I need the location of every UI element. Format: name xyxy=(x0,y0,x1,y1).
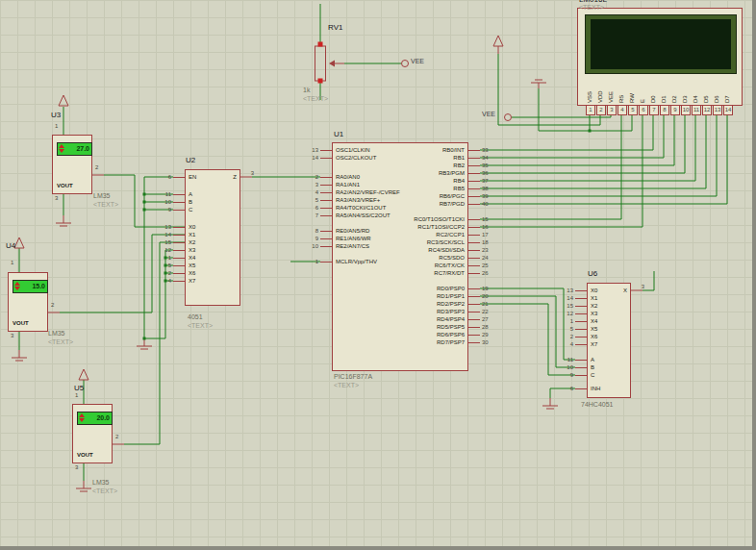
pin-row: 38RB5 xyxy=(333,185,467,192)
pin-number: 9 xyxy=(150,207,171,213)
pin-row: 13X0 xyxy=(186,223,239,231)
decrease-temp-button[interactable] xyxy=(14,287,20,290)
pin-stub xyxy=(467,150,480,151)
ground-symbol[interactable] xyxy=(531,80,546,88)
vee-terminal-label[interactable]: VEE xyxy=(482,111,495,117)
pin-stub xyxy=(467,265,480,266)
pin-row: 36RB3/PGM xyxy=(333,169,467,177)
wire-lcd-vee[interactable] xyxy=(512,115,611,117)
pin-number: 25 xyxy=(482,262,503,269)
power-arrow-icon[interactable] xyxy=(59,95,68,106)
pin-row: 9C xyxy=(186,206,239,213)
pin-name: B xyxy=(189,199,192,205)
lm35-sensor-u5[interactable]: 20.0 VOUT xyxy=(72,404,113,463)
pin-number: 3 xyxy=(607,105,617,115)
pin-name: A xyxy=(189,191,192,197)
pin-number: 11 xyxy=(150,191,171,198)
potentiometer-rv1[interactable] xyxy=(315,42,345,84)
ref-label-u4[interactable]: U4 xyxy=(6,241,15,250)
ref-label-u1[interactable]: U1 xyxy=(334,130,343,138)
pin-name: RD7/PSP7 xyxy=(437,339,465,345)
pin-name: A xyxy=(591,357,594,362)
vee-terminal-label[interactable]: VEE xyxy=(411,58,424,64)
wire-lcd-data-bus[interactable] xyxy=(480,115,727,204)
lcd-pins: VSS 1 VDD 2 VEE 3 RS 4 RW 5 E 6 D0 7 D1 xyxy=(585,76,733,105)
ref-label-u5[interactable]: U5 xyxy=(74,384,84,392)
pot-handle[interactable] xyxy=(318,79,323,84)
increase-temp-button[interactable] xyxy=(79,413,85,417)
pin-number: 16 xyxy=(482,224,503,231)
value-label-u4[interactable]: LM35 xyxy=(48,330,65,337)
pin-number: 11 xyxy=(692,105,701,115)
pin-number: 22 xyxy=(482,309,503,315)
pin-number: 3 xyxy=(55,195,58,201)
value-label-rv1[interactable]: 1k xyxy=(303,87,310,93)
ref-label-u3[interactable]: U3 xyxy=(51,111,61,119)
pin-number: 14 xyxy=(723,105,733,115)
pin-number: 15 xyxy=(482,216,503,223)
pin-number: 2 xyxy=(297,174,318,181)
decrease-temp-button[interactable] xyxy=(79,418,85,422)
vee-terminal[interactable] xyxy=(505,114,512,121)
vee-terminal[interactable] xyxy=(402,61,409,67)
pin-name: X2 xyxy=(591,303,597,309)
pot-handle[interactable] xyxy=(318,42,323,47)
pin-stub xyxy=(467,288,480,289)
pin-row: 5X5 xyxy=(186,262,239,269)
vout-label: VOUT xyxy=(57,183,73,188)
value-label-u2[interactable]: 4051 xyxy=(188,313,203,320)
pin-number: 10 xyxy=(150,199,171,206)
pin-number: 2 xyxy=(95,164,98,170)
increase-temp-button[interactable] xyxy=(59,144,64,148)
decrease-temp-button[interactable] xyxy=(59,149,64,153)
ref-label-rv1[interactable]: RV1 xyxy=(328,23,342,32)
lm35-sensor-u4[interactable]: 15.0 VOUT xyxy=(8,272,48,332)
value-label-u6[interactable]: 74HC4051 xyxy=(581,401,613,408)
power-arrow-icon[interactable] xyxy=(79,369,88,380)
wire-rv1[interactable] xyxy=(320,4,401,100)
wire-lcd-e[interactable] xyxy=(480,115,643,227)
lcd-pin: E 6 xyxy=(638,76,648,105)
value-label-u1[interactable]: PIC16F877A xyxy=(334,373,372,380)
increase-temp-button[interactable] xyxy=(14,282,20,286)
pin-number: 36 xyxy=(482,170,503,177)
schematic-canvas[interactable]: 13OSC1/CLKIN14OSC2/CLKOUT2RA0/AN03RA1/AN… xyxy=(0,0,756,550)
pin-number: 12 xyxy=(552,311,573,317)
pin-number: 15 xyxy=(552,303,573,310)
pin-number: 2 xyxy=(150,270,171,277)
lcd-module[interactable]: VSS 1 VDD 2 VEE 3 RS 4 RW 5 E 6 D0 7 D1 xyxy=(577,8,743,106)
pin-row: 2X6 xyxy=(186,269,239,277)
pin-stub xyxy=(173,235,186,236)
chip-u6-74hc4051[interactable]: 13X014X115X212X31X45X52X64X711A10B9C6INH… xyxy=(587,283,631,398)
vout-label: VOUT xyxy=(77,452,93,458)
power-arrow-icon[interactable] xyxy=(493,36,503,54)
pin-number: 5 xyxy=(552,326,573,333)
ref-label-u6[interactable]: U6 xyxy=(588,269,597,278)
pin-row: 39RB6/PGC xyxy=(333,192,467,200)
chip-u1-pic16f877a[interactable]: 13OSC1/CLKIN14OSC2/CLKOUT2RA0/AN03RA1/AN… xyxy=(332,142,468,371)
lcd-screen-inner xyxy=(591,19,731,69)
pin-number: 10 xyxy=(681,105,691,115)
pin-stub xyxy=(467,165,480,166)
pin-stub xyxy=(575,313,588,314)
ground-symbol[interactable] xyxy=(137,338,152,349)
pin-name: B xyxy=(591,364,594,370)
ground-symbol[interactable] xyxy=(56,215,71,226)
ground-symbol[interactable] xyxy=(542,398,558,409)
pin-number: 24 xyxy=(482,255,503,262)
pin-name: RC4/SDI/SDA xyxy=(428,247,465,253)
pin-row: 2X6 xyxy=(588,333,630,340)
pin-name: X4 xyxy=(189,255,195,261)
ground-symbol[interactable] xyxy=(76,481,91,491)
ground-symbol[interactable] xyxy=(12,350,27,361)
value-label-u5[interactable]: LM35 xyxy=(92,479,110,486)
chip-u2-4051[interactable]: 6EN11A10B9C13X014X115X212X31X45X52X64X7 … xyxy=(185,169,240,306)
lm35-sensor-u3[interactable]: 27.0 VOUT xyxy=(52,135,92,194)
pin-name: D7 xyxy=(724,76,731,103)
pin-name: RS xyxy=(618,76,625,103)
value-label-u3[interactable]: LM35 xyxy=(93,192,111,199)
ref-label-u2[interactable]: U2 xyxy=(186,156,195,164)
pin-number: 3 xyxy=(642,284,644,289)
pin-number: 1 xyxy=(11,260,13,265)
power-arrow-icon[interactable] xyxy=(14,238,24,248)
